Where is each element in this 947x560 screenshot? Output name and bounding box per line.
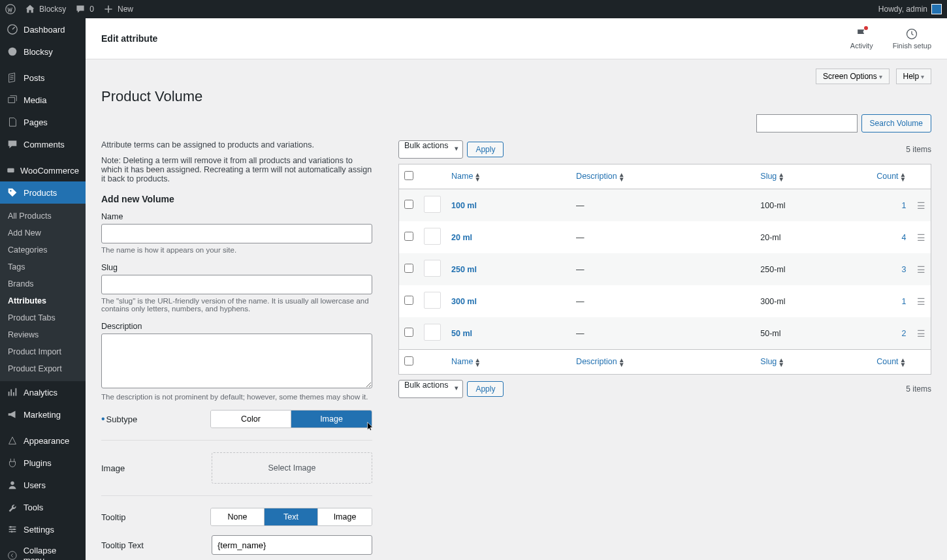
row-checkbox[interactable]	[404, 200, 413, 209]
sort-icon: ▲▼	[900, 172, 907, 181]
tooltip-none-button[interactable]: None	[211, 508, 265, 525]
term-count-link[interactable]: 1	[902, 201, 907, 210]
term-desc: —	[571, 221, 755, 253]
sidebar-label: Analytics	[24, 388, 57, 397]
tooltip-text-input[interactable]	[212, 535, 372, 555]
subtype-image-button[interactable]: Image	[291, 411, 372, 428]
term-count-link[interactable]: 4	[902, 233, 907, 242]
desc-input[interactable]	[101, 334, 372, 388]
sidebar-products[interactable]: Products	[0, 181, 86, 204]
sidebar-label: Media	[24, 95, 46, 105]
term-name-link[interactable]: 300 ml	[451, 297, 477, 306]
sub-export[interactable]: Product Export	[0, 360, 86, 377]
col-desc[interactable]: Description	[576, 172, 617, 181]
term-name-link[interactable]: 50 ml	[451, 329, 472, 338]
sub-product-tabs[interactable]: Product Tabs	[0, 309, 86, 326]
row-checkbox[interactable]	[404, 328, 413, 337]
sub-attributes[interactable]: Attributes	[0, 292, 86, 309]
activity-button[interactable]: Activity	[850, 27, 873, 50]
sort-icon: ▲▼	[778, 172, 784, 181]
select-all-bottom[interactable]	[404, 356, 413, 366]
sidebar-label: Appearance	[24, 436, 69, 446]
row-checkbox[interactable]	[404, 264, 413, 273]
help-tab[interactable]: Help	[896, 69, 931, 84]
sub-tags[interactable]: Tags	[0, 258, 86, 275]
apply-button-bottom[interactable]: Apply	[467, 381, 504, 397]
search-input[interactable]	[756, 114, 858, 132]
sidebar-woocommerce[interactable]: WooCommerce	[0, 159, 86, 181]
drag-handle-icon[interactable]: ☰	[917, 296, 925, 307]
site-link[interactable]: Blocksy	[25, 4, 66, 14]
select-image-button[interactable]: Select Image	[212, 452, 372, 484]
sidebar-dashboard[interactable]: Dashboard	[0, 18, 86, 40]
col-name[interactable]: Name	[451, 357, 473, 366]
row-checkbox[interactable]	[404, 296, 413, 305]
sub-import[interactable]: Product Import	[0, 343, 86, 360]
sidebar-settings[interactable]: Settings	[0, 518, 86, 540]
sub-reviews[interactable]: Reviews	[0, 326, 86, 343]
sort-icon: ▲▼	[474, 358, 481, 367]
col-name[interactable]: Name	[451, 172, 473, 181]
sidebar-comments[interactable]: Comments	[0, 133, 86, 155]
new-link[interactable]: New	[103, 4, 133, 14]
sidebar-submenu: All Products Add New Categories Tags Bra…	[0, 204, 86, 381]
term-name-link[interactable]: 20 ml	[451, 233, 472, 242]
col-count[interactable]: Count	[876, 172, 898, 181]
sidebar-users[interactable]: Users	[0, 474, 86, 496]
search-button[interactable]: Search Volume	[861, 114, 931, 132]
term-slug: 250-ml	[755, 253, 865, 285]
subtype-label: Subtype	[106, 414, 138, 424]
sub-brands[interactable]: Brands	[0, 275, 86, 292]
name-input[interactable]	[101, 224, 372, 243]
finish-setup-button[interactable]: Finish setup	[893, 27, 931, 50]
slug-input[interactable]	[101, 275, 372, 294]
select-all-top[interactable]	[404, 171, 413, 180]
sidebar-media[interactable]: Media	[0, 89, 86, 111]
topbar-title: Edit attribute	[101, 33, 157, 44]
wp-logo[interactable]	[5, 4, 16, 14]
sidebar-pages[interactable]: Pages	[0, 111, 86, 133]
term-name-link[interactable]: 100 ml	[451, 201, 477, 210]
term-count-link[interactable]: 2	[902, 329, 907, 338]
svg-point-4	[10, 190, 11, 191]
term-desc: —	[571, 253, 755, 285]
sub-all-products[interactable]: All Products	[0, 208, 86, 225]
page-title: Product Volume	[101, 88, 931, 105]
drag-handle-icon[interactable]: ☰	[917, 232, 925, 243]
col-count[interactable]: Count	[876, 357, 898, 366]
apply-button-top[interactable]: Apply	[467, 142, 504, 157]
col-slug[interactable]: Slug	[760, 357, 777, 366]
table-row: 250 ml—250-ml3☰	[399, 253, 931, 285]
tooltip-text-button[interactable]: Text	[265, 508, 318, 525]
howdy-link[interactable]: Howdy, admin	[878, 4, 942, 14]
sidebar-tools[interactable]: Tools	[0, 496, 86, 518]
term-desc: —	[571, 285, 755, 317]
svg-point-2	[8, 48, 17, 56]
screen-options-tab[interactable]: Screen Options	[816, 69, 890, 84]
comments-link[interactable]: 0	[75, 4, 94, 14]
sidebar-blocksy[interactable]: Blocksy	[0, 40, 86, 63]
sub-categories[interactable]: Categories	[0, 241, 86, 258]
row-checkbox[interactable]	[404, 232, 413, 241]
drag-handle-icon[interactable]: ☰	[917, 200, 925, 211]
activity-label: Activity	[850, 42, 873, 50]
drag-handle-icon[interactable]: ☰	[917, 328, 925, 339]
subtype-color-button[interactable]: Color	[211, 411, 291, 428]
term-count-link[interactable]: 3	[902, 265, 907, 274]
drag-handle-icon[interactable]: ☰	[917, 264, 925, 275]
tooltip-image-button[interactable]: Image	[318, 508, 372, 525]
col-slug[interactable]: Slug	[760, 172, 777, 181]
term-count-link[interactable]: 1	[902, 297, 907, 306]
bulk-actions-select-bottom[interactable]: Bulk actions	[398, 380, 463, 398]
sidebar-marketing[interactable]: Marketing	[0, 403, 86, 426]
term-desc: —	[571, 189, 755, 222]
sidebar-analytics[interactable]: Analytics	[0, 381, 86, 403]
sidebar-posts[interactable]: Posts	[0, 67, 86, 89]
sidebar-appearance[interactable]: Appearance	[0, 429, 86, 452]
sidebar-plugins[interactable]: Plugins	[0, 452, 86, 474]
bulk-actions-select-top[interactable]: Bulk actions	[398, 140, 463, 159]
sidebar-collapse[interactable]: Collapse menu	[0, 540, 86, 560]
term-name-link[interactable]: 250 ml	[451, 265, 477, 274]
sub-add-new[interactable]: Add New	[0, 225, 86, 241]
col-desc[interactable]: Description	[576, 357, 617, 366]
